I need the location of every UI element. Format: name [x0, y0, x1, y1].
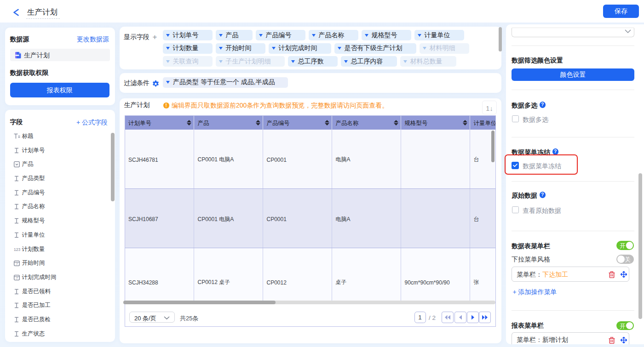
svg-text:7: 7: [16, 262, 18, 266]
svg-text:123: 123: [14, 247, 20, 252]
svg-text:7: 7: [16, 277, 18, 280]
